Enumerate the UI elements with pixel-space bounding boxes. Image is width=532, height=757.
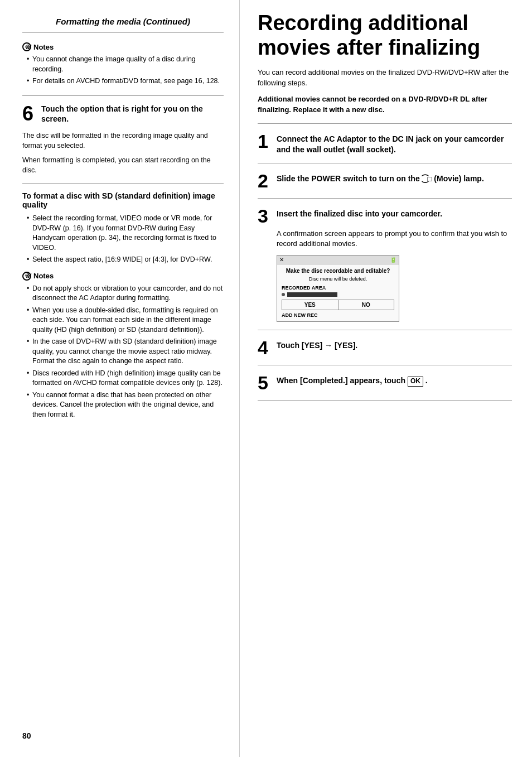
right-divider-0 [258, 123, 512, 124]
right-step-5-number: 5 [258, 373, 273, 392]
movie-icon: ⁐□ [422, 174, 432, 184]
screen-mockup: ✕ 🔋 Make the disc recordable and editabl… [277, 255, 399, 322]
list-item: You cannot change the image quality of a… [27, 55, 224, 74]
screen-content: Make the disc recordable and editable? D… [277, 264, 399, 321]
notes-list-2: Do not apply shock or vibration to your … [22, 284, 224, 420]
right-step-5-title: When [Completed.] appears, touch OK . [277, 373, 428, 387]
right-column: Recording additional movies after finali… [240, 0, 532, 757]
list-item: Select the aspect ratio, [16:9 WIDE] or … [27, 255, 224, 265]
screen-recorded-area-label: RECORDED AREA [282, 285, 394, 291]
step-6-body2: When formatting is completed, you can st… [22, 155, 224, 175]
list-item: Select the recording format, VIDEO mode … [27, 214, 224, 253]
right-step-3-header: 3 Insert the finalized disc into your ca… [258, 206, 512, 225]
screen-battery-icon: 🔋 [390, 257, 396, 263]
right-step-1-number: 1 [258, 132, 273, 151]
page: Formatting the media (Continued) 𝒰 Notes… [0, 0, 532, 757]
subsection-title: To format a disc with SD (standard defin… [22, 191, 224, 209]
right-step-5: 5 When [Completed.] appears, touch OK . [258, 373, 512, 392]
subsection-list: Select the recording format, VIDEO mode … [22, 214, 224, 265]
step-6-number: 6 [22, 104, 33, 124]
screen-footer: ADD NEW REC [282, 312, 394, 318]
notes-list-1: You cannot change the image quality of a… [22, 55, 224, 86]
right-step-2-title: Slide the POWER switch to turn on the ⁐□… [277, 171, 484, 184]
screen-yes-button[interactable]: YES [282, 300, 338, 310]
screen-dot [282, 293, 285, 296]
intro-text: You can record additional movies on the … [258, 67, 512, 89]
screen-subtitle: Disc menu will be deleted. [282, 276, 394, 282]
ok-box: OK [408, 377, 423, 387]
right-step-4: 4 Touch [YES] → [YES]. [258, 338, 512, 357]
screen-buttons: YES NO [282, 300, 394, 310]
subsection: To format a disc with SD (standard defin… [22, 191, 224, 265]
right-step-4-number: 4 [258, 338, 273, 357]
right-step-3-title: Insert the finalized disc into your camc… [277, 206, 442, 219]
step-6-title: Touch the option that is right for you o… [41, 104, 224, 124]
right-step-2-number: 2 [258, 171, 273, 190]
screen-top-bar: ✕ 🔋 [277, 255, 399, 264]
right-step-2: 2 Slide the POWER switch to turn on the … [258, 171, 512, 190]
list-item: You cannot format a disc that has been p… [27, 390, 224, 420]
list-item: Do not apply shock or vibration to your … [27, 284, 224, 303]
list-item: Discs recorded with HD (high definition)… [27, 369, 224, 388]
list-item: When you use a double-sided disc, format… [27, 306, 224, 335]
right-step-1-title: Connect the AC Adaptor to the DC IN jack… [277, 132, 512, 155]
screen-question: Make the disc recordable and editable? [282, 268, 394, 274]
screen-bar [287, 292, 337, 297]
notes-icon-1: 𝒰 [22, 42, 31, 51]
divider-1 [22, 95, 224, 96]
right-step-2-header: 2 Slide the POWER switch to turn on the … [258, 171, 512, 190]
right-step-3: 3 Insert the finalized disc into your ca… [258, 206, 512, 322]
page-number: 80 [22, 731, 31, 740]
notes-header-1: 𝒰 Notes [22, 42, 224, 51]
step-6-body1: The disc will be formatted in the record… [22, 131, 224, 151]
right-step-5-header: 5 When [Completed.] appears, touch OK . [258, 373, 512, 392]
right-divider-2 [258, 198, 512, 199]
right-step-3-number: 3 [258, 206, 273, 225]
screen-no-button[interactable]: NO [338, 300, 394, 310]
list-item: In the case of DVD+RW with SD (standard … [27, 337, 224, 367]
left-column-title: Formatting the media (Continued) [22, 17, 224, 32]
notes-header-2: 𝒰 Notes [22, 272, 224, 281]
list-item: For details on AVCHD format/DVD format, … [27, 76, 224, 86]
step-6-section: 6 Touch the option that is right for you… [22, 104, 224, 176]
right-divider-1 [258, 163, 512, 163]
notes-section-1: 𝒰 Notes You cannot change the image qual… [22, 42, 224, 86]
right-step-1: 1 Connect the AC Adaptor to the DC IN ja… [258, 132, 512, 155]
right-divider-4 [258, 365, 512, 365]
notes-section-2: 𝒰 Notes Do not apply shock or vibration … [22, 272, 224, 420]
warning-text: Additional movies cannot be recorded on … [258, 94, 512, 115]
screen-close-icon: ✕ [279, 257, 284, 263]
right-step-4-header: 4 Touch [YES] → [YES]. [258, 338, 512, 357]
right-col-title: Recording additional movies after finali… [258, 11, 512, 60]
right-step-3-body: A confirmation screen appears to prompt … [258, 229, 512, 250]
right-step-4-title: Touch [YES] → [YES]. [277, 338, 357, 351]
right-step-1-header: 1 Connect the AC Adaptor to the DC IN ja… [258, 132, 512, 155]
right-divider-3 [258, 330, 512, 330]
screen-bar-row [282, 292, 394, 297]
left-column: Formatting the media (Continued) 𝒰 Notes… [0, 0, 240, 757]
right-divider-5 [258, 400, 512, 401]
divider-2 [22, 183, 224, 184]
notes-icon-2: 𝒰 [22, 272, 31, 281]
